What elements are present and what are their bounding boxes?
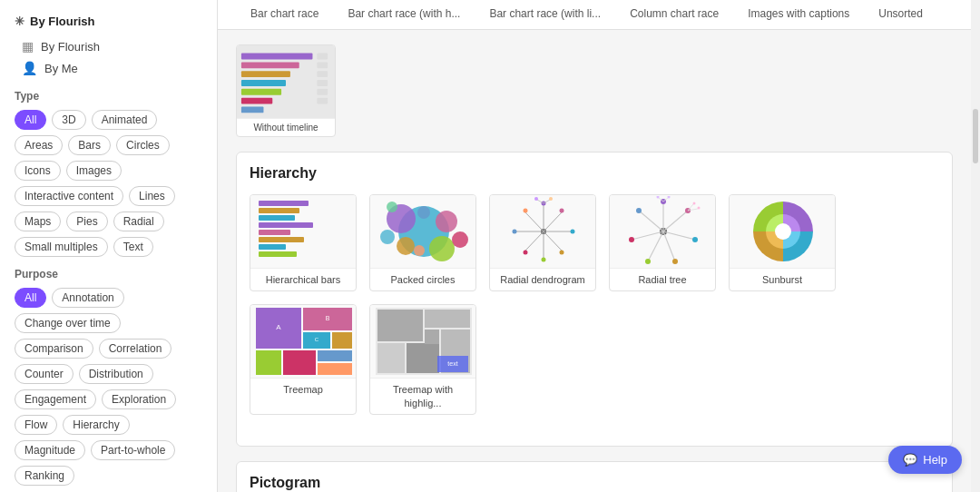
pictogram-title: Pictogram	[250, 475, 939, 491]
type-tag-icons[interactable]: Icons	[15, 161, 61, 181]
chart-card-treemap-highlights[interactable]: text Treemap with highlig...	[369, 304, 476, 415]
purpose-tag-part-to-whole[interactable]: Part-to-whole	[91, 440, 175, 460]
svg-rect-20	[259, 251, 297, 257]
type-tag-images[interactable]: Images	[66, 161, 122, 181]
purpose-tag-engagement[interactable]: Engagement	[15, 389, 96, 409]
tab-bar-chart-race-li[interactable]: Bar chart race (with li...	[475, 0, 615, 29]
star-icon: ✳	[15, 15, 24, 28]
sidebar-item-label: By Flourish	[41, 40, 100, 54]
svg-point-43	[560, 251, 564, 255]
chart-card-treemap[interactable]: A B C Treemap	[250, 304, 357, 415]
chart-card-radial-tree[interactable]: Radial tree	[609, 194, 716, 291]
tab-column-chart-race[interactable]: Column chart race	[615, 0, 733, 29]
chart-card-sunburst[interactable]: Sunburst	[729, 194, 836, 291]
type-tag-all[interactable]: All	[15, 110, 46, 130]
sunburst-label: Sunburst	[730, 268, 835, 290]
svg-line-35	[544, 231, 562, 251]
purpose-tag-distribution[interactable]: Distribution	[79, 364, 153, 384]
svg-point-26	[380, 230, 395, 244]
svg-point-41	[560, 209, 564, 213]
svg-rect-14	[259, 208, 299, 213]
svg-rect-13	[259, 201, 309, 206]
chart-race-tabs: Bar chart race Bar chart race (with h...…	[218, 0, 971, 30]
help-button[interactable]: 💬 Help	[888, 446, 962, 474]
svg-line-55	[663, 231, 695, 240]
type-tag-lines[interactable]: Lines	[129, 186, 175, 206]
purpose-filter-tags: All Annotation Change over time Comparis…	[15, 288, 202, 486]
sidebar-item-by-me[interactable]: 👤 By Me	[15, 57, 202, 79]
type-tag-areas[interactable]: Areas	[15, 135, 63, 155]
type-tag-maps[interactable]: Maps	[15, 212, 61, 231]
purpose-tag-ranking[interactable]: Ranking	[15, 466, 74, 486]
purpose-tag-counter[interactable]: Counter	[15, 364, 74, 384]
svg-line-56	[663, 231, 675, 261]
help-label: Help	[923, 453, 947, 467]
purpose-tag-magnitude[interactable]: Magnitude	[15, 440, 85, 460]
tab-unsorted[interactable]: Unsorted	[864, 0, 937, 29]
without-timeline-card[interactable]: Without timeline	[236, 44, 336, 137]
svg-rect-15	[259, 215, 295, 221]
type-tag-bars[interactable]: Bars	[68, 135, 111, 155]
svg-point-64	[645, 259, 651, 264]
treemap-highlights-thumb: text	[370, 305, 476, 378]
tab-bar-chart-race[interactable]: Bar chart race	[236, 0, 333, 29]
type-tag-radial[interactable]: Radial	[113, 212, 164, 231]
svg-point-24	[397, 237, 415, 255]
svg-line-54	[663, 211, 688, 231]
radial-dendrogram-thumb	[490, 195, 596, 268]
type-tag-interactive[interactable]: Interactive content	[15, 186, 123, 206]
svg-rect-79	[332, 332, 352, 349]
svg-rect-89	[425, 310, 470, 328]
packed-circles-thumb	[370, 195, 476, 268]
svg-point-44	[542, 258, 546, 262]
purpose-tag-annotation[interactable]: Annotation	[52, 288, 123, 308]
svg-rect-7	[317, 54, 328, 60]
type-tag-text[interactable]: Text	[113, 237, 153, 257]
tab-images-with-captions[interactable]: Images with captions	[733, 0, 864, 29]
svg-rect-19	[259, 244, 286, 250]
purpose-tag-comparison[interactable]: Comparison	[15, 339, 93, 359]
purpose-tag-all[interactable]: All	[15, 288, 46, 308]
svg-point-30	[387, 202, 397, 212]
treemap-highlights-label: Treemap with highlig...	[370, 378, 475, 414]
sidebar-item-by-flourish[interactable]: ▦ By Flourish	[15, 35, 202, 57]
hierarchy-title: Hierarchy	[250, 165, 939, 182]
purpose-section-label: Purpose	[15, 268, 202, 280]
radial-tree-thumb	[610, 195, 716, 268]
chart-card-radial-dendrogram[interactable]: Radial dendrogram	[489, 194, 596, 291]
chart-card-hierarchical-bars[interactable]: Hierarchical bars	[250, 194, 357, 291]
tab-bar-chart-race-h[interactable]: Bar chart race (with h...	[333, 0, 475, 29]
svg-rect-2	[241, 71, 290, 77]
radial-dendrogram-label: Radial dendrogram	[490, 268, 595, 290]
scrollbar-track[interactable]	[971, 0, 980, 492]
hierarchy-chart-grid: Hierarchical bars	[250, 194, 939, 415]
svg-point-42	[571, 230, 575, 234]
svg-rect-17	[259, 230, 290, 235]
svg-line-33	[544, 212, 562, 231]
svg-point-29	[414, 245, 425, 256]
chart-card-packed-circles[interactable]: Packed circles	[369, 194, 476, 291]
by-flourish-title: By Flourish	[30, 15, 95, 28]
svg-rect-83	[318, 363, 352, 375]
svg-rect-18	[259, 237, 304, 242]
purpose-tag-exploration[interactable]: Exploration	[102, 389, 176, 409]
type-tag-circles[interactable]: Circles	[116, 135, 170, 155]
type-tag-pies[interactable]: Pies	[66, 212, 107, 231]
purpose-tag-correlation[interactable]: Correlation	[99, 339, 172, 359]
type-tag-animated[interactable]: Animated	[92, 110, 158, 130]
type-tag-3d[interactable]: 3D	[52, 110, 85, 130]
scrollbar-thumb[interactable]	[973, 109, 978, 163]
purpose-tag-hierarchy[interactable]: Hierarchy	[63, 415, 129, 435]
sidebar-item-label: By Me	[44, 62, 78, 75]
svg-rect-90	[377, 343, 405, 373]
treemap-thumb: A B C	[250, 305, 357, 378]
purpose-tag-change[interactable]: Change over time	[15, 313, 121, 333]
svg-line-59	[639, 211, 663, 231]
svg-point-50	[534, 197, 538, 201]
svg-point-45	[524, 251, 528, 255]
type-tag-small-multiples[interactable]: Small multiples	[15, 237, 108, 257]
svg-rect-88	[377, 310, 423, 341]
chat-icon: 💬	[903, 453, 917, 467]
purpose-tag-flow[interactable]: Flow	[15, 415, 57, 435]
svg-point-75	[775, 223, 791, 240]
